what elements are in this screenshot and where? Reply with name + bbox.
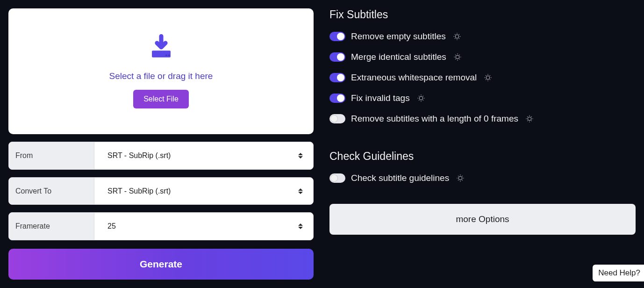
option-label: Remove empty subtitles — [351, 31, 446, 42]
option-check-guidelines: Check subtitle guidelines — [329, 173, 636, 183]
svg-point-4 — [456, 55, 459, 59]
toggle-whitespace[interactable] — [329, 73, 345, 82]
option-zero-frames: Remove subtitles with a length of 0 fram… — [329, 114, 636, 124]
convert-to-value: SRT - SubRip (.srt) — [107, 187, 171, 195]
from-row: From SRT - SubRip (.srt) — [8, 142, 314, 170]
option-fix-tags: Fix invalid tags — [329, 93, 636, 103]
option-label: Remove subtitles with a length of 0 fram… — [351, 114, 518, 124]
option-merge-identical: Merge identical subtitles — [329, 52, 636, 62]
toggle-fix-tags[interactable] — [329, 94, 345, 103]
from-select[interactable]: SRT - SubRip (.srt) — [94, 142, 313, 169]
upload-prompt: Select a file or drag it here — [109, 71, 213, 81]
option-label: Check subtitle guidelines — [351, 173, 449, 183]
svg-point-5 — [487, 76, 490, 79]
option-label: Fix invalid tags — [351, 93, 410, 103]
generate-button[interactable]: Generate — [8, 249, 314, 280]
from-value: SRT - SubRip (.srt) — [107, 151, 171, 160]
download-icon — [148, 34, 175, 63]
svg-point-7 — [528, 117, 531, 121]
svg-point-3 — [455, 35, 459, 38]
select-caret-icon — [298, 188, 303, 194]
svg-point-6 — [419, 96, 423, 100]
upload-dropzone[interactable]: Select a file or drag it here Select Fil… — [8, 8, 314, 134]
option-remove-empty: Remove empty subtitles — [329, 31, 636, 42]
option-whitespace: Extraneous whitespace removal — [329, 72, 636, 83]
svg-rect-0 — [152, 51, 171, 58]
framerate-label: Framerate — [9, 213, 94, 240]
lightbulb-icon[interactable] — [417, 94, 425, 102]
need-help-button[interactable]: Need Help? — [593, 265, 644, 281]
lightbulb-icon[interactable] — [453, 53, 462, 61]
check-guidelines-title: Check Guidelines — [329, 150, 636, 163]
svg-point-8 — [458, 176, 462, 180]
toggle-check-guidelines[interactable] — [329, 173, 345, 183]
svg-point-2 — [168, 55, 170, 57]
convert-to-label: Convert To — [9, 178, 94, 205]
svg-point-1 — [165, 55, 167, 57]
option-label: Merge identical subtitles — [351, 52, 446, 62]
framerate-row: Framerate 25 — [8, 212, 314, 240]
lightbulb-icon[interactable] — [453, 32, 461, 41]
lightbulb-icon[interactable] — [525, 115, 534, 123]
framerate-value: 25 — [107, 222, 116, 230]
select-file-button[interactable]: Select File — [133, 90, 189, 108]
more-options-button[interactable]: more Options — [329, 204, 636, 235]
toggle-zero-frames[interactable] — [329, 114, 345, 123]
toggle-remove-empty[interactable] — [329, 32, 345, 41]
option-label: Extraneous whitespace removal — [351, 72, 477, 83]
select-caret-icon — [298, 223, 303, 229]
fix-subtitles-title: Fix Subtitles — [329, 8, 636, 21]
select-caret-icon — [298, 153, 303, 158]
framerate-select[interactable]: 25 — [94, 213, 313, 240]
lightbulb-icon[interactable] — [484, 73, 492, 82]
convert-to-select[interactable]: SRT - SubRip (.srt) — [94, 178, 313, 205]
from-label: From — [9, 142, 94, 169]
convert-to-row: Convert To SRT - SubRip (.srt) — [8, 177, 314, 205]
toggle-merge-identical[interactable] — [329, 52, 345, 62]
lightbulb-icon[interactable] — [456, 174, 465, 182]
